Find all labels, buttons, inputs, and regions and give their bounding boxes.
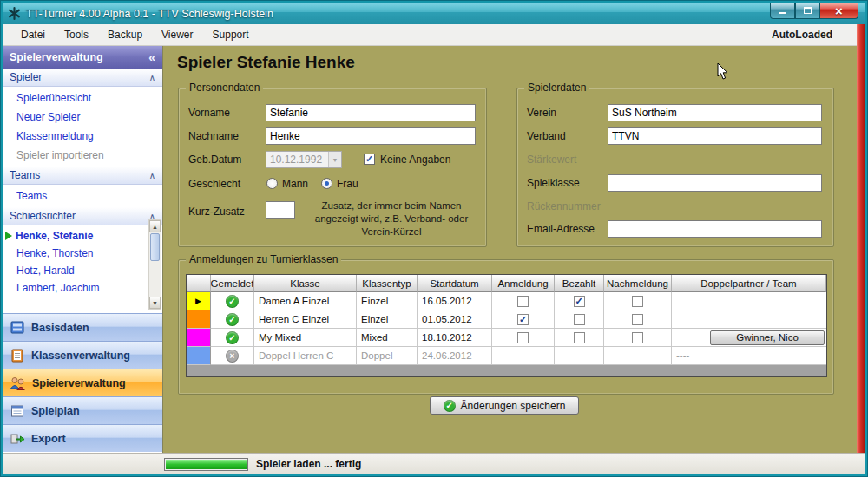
menu-viewer[interactable]: Viewer: [152, 25, 202, 44]
menu-tools[interactable]: Tools: [55, 25, 98, 44]
nav-klassenverwaltung[interactable]: Klassenverwaltung: [3, 341, 162, 369]
nachmeldung-checkbox[interactable]: [632, 296, 643, 307]
autoloaded-badge: AutoLoaded: [772, 29, 832, 41]
menu-datei[interactable]: Datei: [11, 25, 55, 44]
partner-cell: Gwinner, Nico: [672, 329, 826, 347]
referee-item[interactable]: Henke, Thorsten: [3, 245, 162, 262]
bezahlt-checkbox[interactable]: [574, 314, 585, 325]
vorname-input[interactable]: [266, 104, 476, 121]
scroll-down-icon: ▼: [152, 300, 158, 306]
column-header-klasse[interactable]: Klasse: [254, 275, 357, 292]
groupbox-legend: Anmeldungen zu Turnierklassen: [186, 253, 341, 265]
startdatum-cell[interactable]: 18.10.2012: [418, 329, 492, 347]
anmeldung-checkbox[interactable]: [517, 296, 529, 307]
referee-item[interactable]: Hotz, Harald: [3, 262, 162, 279]
spielklasse-input[interactable]: [608, 174, 822, 192]
referee-name: Hotz, Harald: [16, 265, 75, 277]
klasse-cell[interactable]: My Mixed: [254, 329, 357, 347]
sidebar-item-neuer-spieler[interactable]: Neuer Spieler: [3, 108, 162, 127]
sidebar-item-klassenmeldung[interactable]: Klassenmeldung: [3, 127, 162, 146]
page-title: Spieler Stefanie Henke: [177, 53, 355, 72]
referee-item-current[interactable]: Henke, Stefanie: [3, 227, 162, 245]
title-bar[interactable]: TT-Turnier 4.00 Alpha 0.1 - TTV Schleswi…: [3, 3, 865, 24]
close-button[interactable]: ×: [819, 3, 858, 19]
menu-support[interactable]: Support: [203, 25, 259, 44]
referee-name: Henke, Stefanie: [16, 230, 93, 242]
row-color-cell[interactable]: [187, 310, 211, 329]
nachmeldung-checkbox[interactable]: [632, 332, 643, 343]
anmeldung-cell: [492, 329, 555, 347]
sidebar-item-teams[interactable]: Teams: [3, 186, 162, 206]
frau-radio[interactable]: [321, 178, 332, 189]
referee-list-scrollbar[interactable]: ▲ ▼: [148, 219, 161, 310]
startdatum-cell[interactable]: 01.05.2012: [418, 310, 492, 329]
klasse-cell[interactable]: Damen A Einzel: [254, 292, 357, 310]
nachmeldung-checkbox[interactable]: [632, 314, 643, 325]
column-header-anmeldung[interactable]: Anmeldung: [492, 275, 555, 292]
column-header-klassentyp[interactable]: Klassentyp: [357, 275, 418, 292]
startdatum-cell: 24.06.2012: [418, 347, 492, 365]
column-header-doppelpartner[interactable]: Doppelpartner / Team: [672, 275, 826, 292]
klasse-cell[interactable]: Herren C Einzel: [254, 310, 357, 329]
group-header-label: Schiedsrichter: [10, 210, 76, 222]
mann-label: Mann: [282, 175, 308, 193]
maximize-icon: [804, 7, 812, 14]
row-color-cell[interactable]: [187, 347, 211, 365]
anmeldungen-groupbox: Anmeldungen zu Turnierklassen Gemeldet K…: [178, 259, 834, 395]
nav-spielerverwaltung[interactable]: Spielerverwaltung: [3, 369, 162, 396]
scrollbar-thumb[interactable]: [150, 233, 160, 261]
group-header-schiedsrichter[interactable]: Schiedsrichter ∧: [3, 207, 162, 225]
nav-export[interactable]: Export: [3, 424, 162, 452]
nav-label: Basisdaten: [31, 322, 89, 334]
mann-radio[interactable]: [266, 178, 278, 189]
maximize-button[interactable]: [795, 3, 819, 19]
nav-basisdaten[interactable]: Basisdaten: [3, 313, 162, 341]
verein-input[interactable]: [608, 104, 822, 121]
collapse-icon[interactable]: «: [148, 50, 155, 64]
sidebar-header[interactable]: Spielerverwaltung «: [3, 46, 162, 69]
nachname-label: Nachname: [188, 127, 239, 145]
keine-angaben-checkbox[interactable]: ✓: [364, 154, 375, 165]
column-header-startdatum[interactable]: Startdatum: [418, 275, 492, 292]
klassentyp-cell[interactable]: Einzel: [357, 310, 418, 329]
email-input[interactable]: [608, 220, 822, 238]
nav-spielplan[interactable]: Spielplan: [3, 396, 162, 424]
partner-cell: ----: [672, 347, 826, 365]
nachname-input[interactable]: [266, 127, 476, 145]
anmeldung-checkbox[interactable]: [517, 332, 529, 343]
klassentyp-cell[interactable]: Mixed: [357, 329, 418, 347]
referee-item[interactable]: Lambert, Joachim: [3, 279, 162, 297]
menu-backup[interactable]: Backup: [98, 25, 152, 44]
group-header-spieler[interactable]: Spieler ∧: [3, 69, 162, 87]
bezahlt-checkbox[interactable]: ✓: [574, 296, 585, 307]
klassenverwaltung-icon: [10, 348, 25, 363]
minimize-button[interactable]: [770, 3, 795, 19]
anmeldung-checkbox[interactable]: ✓: [517, 314, 529, 325]
klassentyp-cell: Doppel: [357, 347, 418, 365]
scroll-down-button[interactable]: ▼: [149, 297, 161, 309]
klassentyp-cell[interactable]: Einzel: [357, 292, 418, 310]
sidebar-item-spieleruebersicht[interactable]: Spielerübersicht: [3, 88, 162, 108]
row-color-cell[interactable]: [187, 329, 211, 347]
frau-label: Frau: [337, 175, 358, 193]
nav-label: Export: [31, 433, 66, 445]
klasse-cell: Doppel Herren C: [254, 347, 357, 365]
column-header-gemeldet[interactable]: Gemeldet: [211, 275, 254, 292]
column-header-bezahlt[interactable]: Bezahlt: [555, 275, 604, 292]
startdatum-cell[interactable]: 16.05.2012: [418, 292, 492, 310]
row-color-cell[interactable]: ▶: [187, 292, 211, 310]
verband-input[interactable]: [608, 127, 822, 145]
scroll-up-button[interactable]: ▲: [149, 220, 161, 232]
gemeldet-cross-icon: ×: [226, 350, 239, 363]
doppelpartner-button[interactable]: Gwinner, Nico: [710, 330, 825, 345]
save-changes-button[interactable]: ✓ Änderungen speichern: [430, 396, 579, 415]
group-header-teams[interactable]: Teams ∧: [3, 167, 162, 185]
gemeldet-cell: ×: [211, 347, 254, 365]
column-header-nachmeldung[interactable]: Nachmeldung: [604, 275, 672, 292]
sidebar: Spielerverwaltung « Spieler ∧ Spielerübe…: [3, 46, 163, 453]
nav-label: Spielerverwaltung: [32, 377, 126, 389]
bezahlt-checkbox[interactable]: [574, 332, 585, 343]
sidebar-item-spieler-importieren: Spieler importieren: [3, 146, 162, 165]
kurz-zusatz-input[interactable]: [266, 201, 295, 219]
anmeldungen-table: Gemeldet Klasse Klassentyp Startdatum An…: [186, 274, 827, 377]
